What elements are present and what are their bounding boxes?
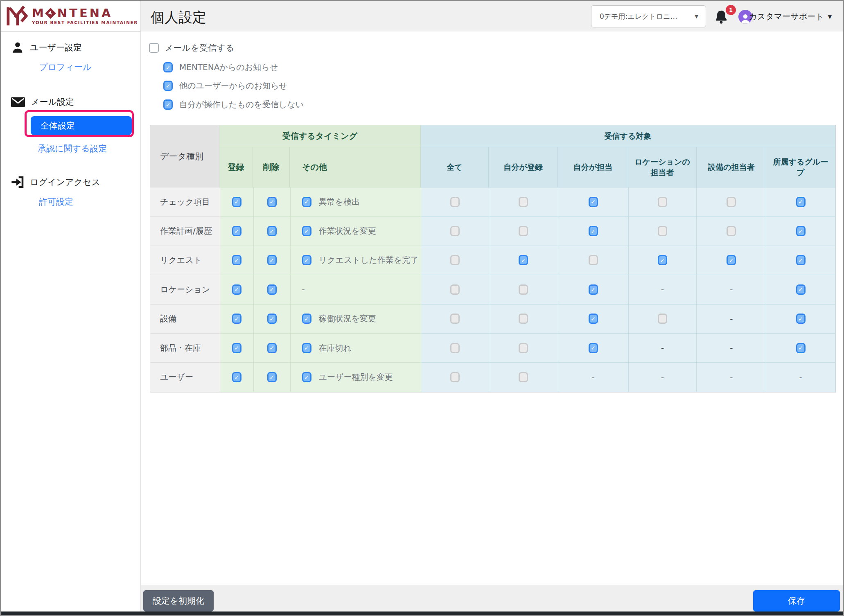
target-checkbox[interactable]: [519, 226, 528, 236]
delete-checkbox[interactable]: [267, 343, 277, 353]
other-checkbox[interactable]: -: [302, 284, 305, 294]
row-label: リクエスト: [150, 246, 220, 275]
target-checkbox[interactable]: [589, 343, 598, 353]
target-checkbox[interactable]: [450, 284, 460, 295]
receive-mail-option: メールを受信する: [149, 42, 234, 54]
target-checkbox[interactable]: [589, 197, 598, 207]
target-checkbox[interactable]: [519, 284, 528, 295]
target-checkbox[interactable]: -: [730, 284, 733, 294]
user-icon: [11, 41, 24, 54]
target-checkbox[interactable]: [727, 197, 736, 207]
receive-mail-checkbox[interactable]: [149, 43, 159, 53]
table-row: ユーザー ユーザー種別を変更 - - - -: [150, 363, 835, 392]
register-checkbox[interactable]: [232, 284, 241, 295]
target-checkbox[interactable]: [796, 226, 806, 236]
mentena-news-checkbox[interactable]: [163, 62, 173, 72]
target-checkbox[interactable]: [589, 284, 598, 295]
sidebar-item-permission-settings[interactable]: 許可設定: [39, 196, 73, 208]
column-header: 削除: [253, 147, 290, 187]
target-checkbox[interactable]: [796, 255, 806, 265]
target-checkbox[interactable]: [519, 343, 528, 353]
target-checkbox[interactable]: [658, 255, 667, 265]
table-header: データ種別 受信するタイミング 登録 削除 その他 受信する対象 全て 自分が登…: [150, 125, 835, 187]
user-menu[interactable]: カスタマーサポート ▼: [749, 11, 832, 22]
target-checkbox[interactable]: -: [799, 372, 802, 382]
target-checkbox[interactable]: [796, 314, 806, 324]
mail-option: 自分が操作したものを受信しない: [163, 99, 304, 110]
register-checkbox[interactable]: [232, 372, 241, 382]
delete-checkbox[interactable]: [267, 372, 277, 382]
target-checkbox[interactable]: -: [661, 343, 664, 353]
sidebar-item-overall-settings[interactable]: 全体設定: [31, 116, 132, 135]
mail-option: 他のユーザーからのお知らせ: [163, 80, 287, 91]
chevron-down-icon: ▼: [828, 14, 832, 20]
column-header: 所属するグループ: [766, 147, 835, 187]
workspace-select-value: 0デモ用:エレクトロニ…: [600, 12, 695, 21]
timing-group: 受信するタイミング 登録 削除 その他: [219, 125, 421, 187]
target-checkbox[interactable]: [796, 197, 806, 207]
target-checkbox[interactable]: [450, 343, 460, 353]
target-checkbox[interactable]: [658, 197, 667, 207]
target-checkbox[interactable]: [796, 343, 806, 353]
target-checkbox[interactable]: [727, 255, 736, 265]
target-checkbox[interactable]: [589, 226, 598, 236]
workspace-select[interactable]: 0デモ用:エレクトロニ… ▼: [591, 5, 706, 27]
target-checkbox[interactable]: [450, 372, 460, 382]
row-label: ユーザー: [150, 363, 220, 392]
other-checkbox[interactable]: [302, 255, 311, 265]
notifications-button[interactable]: 1: [714, 6, 733, 26]
target-checkbox[interactable]: [519, 197, 528, 207]
target-checkbox[interactable]: [658, 314, 667, 324]
other-checkbox[interactable]: [302, 372, 311, 382]
target-checkbox[interactable]: [519, 372, 528, 382]
app-window: 個人設定 0デモ用:エレクトロニ… ▼ 1 カスタマーサポート ▼: [0, 0, 844, 616]
table-row: リクエスト リクエストした作業を完了: [150, 246, 835, 275]
target-checkbox[interactable]: [727, 226, 736, 236]
exclude-own-actions-checkbox[interactable]: [163, 99, 173, 110]
target-checkbox[interactable]: [450, 197, 460, 207]
target-checkbox[interactable]: [450, 226, 460, 236]
target-checkbox[interactable]: [589, 255, 598, 265]
column-header: 設備の担当者: [697, 147, 766, 187]
target-checkbox[interactable]: [658, 226, 667, 236]
target-checkbox[interactable]: [519, 255, 528, 265]
target-checkbox[interactable]: [796, 284, 806, 295]
register-checkbox[interactable]: [232, 343, 241, 353]
target-checkbox[interactable]: [450, 314, 460, 324]
register-checkbox[interactable]: [232, 197, 241, 207]
highlight-annotation: 全体設定: [25, 110, 134, 137]
register-checkbox[interactable]: [232, 255, 241, 265]
target-checkbox[interactable]: -: [730, 372, 733, 382]
target-checkbox[interactable]: [589, 314, 598, 324]
logo-tagline: YOUR BEST FACILITIES MAINTAINER: [32, 20, 138, 25]
other-checkbox[interactable]: [302, 226, 311, 236]
delete-checkbox[interactable]: [267, 255, 277, 265]
app-logo[interactable]: MNTENA YOUR BEST FACILITIES MAINTAINER: [1, 1, 140, 32]
other-checkbox[interactable]: [302, 343, 311, 353]
column-header: 自分が登録: [489, 147, 558, 187]
other-checkbox[interactable]: [302, 197, 311, 207]
delete-checkbox[interactable]: [267, 226, 277, 236]
sidebar-item-profile[interactable]: プロフィール: [39, 61, 91, 73]
target-checkbox[interactable]: -: [661, 372, 664, 382]
receive-mail-label: メールを受信する: [165, 42, 234, 54]
delete-checkbox[interactable]: [267, 314, 277, 324]
sidebar-item-approval-settings[interactable]: 承認に関する設定: [38, 143, 107, 154]
register-checkbox[interactable]: [232, 314, 241, 324]
reset-settings-button[interactable]: 設定を初期化: [143, 590, 214, 611]
logo-diamond-icon: [45, 8, 56, 19]
delete-checkbox[interactable]: [267, 284, 277, 295]
target-checkbox[interactable]: -: [661, 284, 664, 294]
table-row: 作業計画/履歴 作業状況を変更: [150, 217, 835, 246]
target-checkbox[interactable]: -: [730, 343, 733, 353]
other-checkbox[interactable]: [302, 314, 311, 324]
target-checkbox[interactable]: -: [592, 372, 595, 382]
target-checkbox[interactable]: [519, 314, 528, 324]
register-checkbox[interactable]: [232, 226, 241, 236]
delete-checkbox[interactable]: [267, 197, 277, 207]
target-checkbox[interactable]: [450, 255, 460, 265]
other-users-news-checkbox[interactable]: [163, 81, 173, 91]
page-title: 個人設定: [151, 8, 206, 27]
save-button[interactable]: 保存: [753, 590, 840, 611]
target-checkbox[interactable]: -: [730, 314, 733, 324]
